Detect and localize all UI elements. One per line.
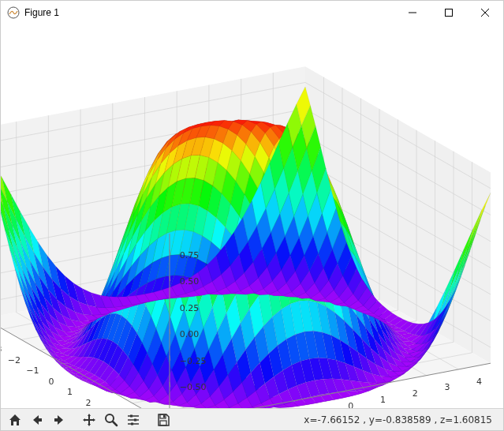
zoom-button[interactable] bbox=[101, 410, 121, 429]
status-coords: x=-7.66152 , y=-0.838589 , z=1.60815 bbox=[304, 414, 500, 425]
svg-rect-1398 bbox=[160, 421, 166, 425]
plot-canvas[interactable]: −4−3−2−101234−4−3−2−101234−0.75−0.50−0.2… bbox=[1, 24, 503, 408]
svg-text:0.50: 0.50 bbox=[180, 276, 200, 287]
svg-line-1390 bbox=[113, 422, 117, 425]
home-button[interactable] bbox=[5, 410, 25, 429]
back-button[interactable] bbox=[27, 410, 47, 429]
save-button[interactable] bbox=[153, 410, 174, 429]
svg-rect-1399 bbox=[163, 415, 165, 418]
maximize-button[interactable] bbox=[431, 1, 467, 24]
svg-text:0.75: 0.75 bbox=[180, 250, 200, 260]
svg-text:−2: −2 bbox=[8, 355, 21, 365]
svg-text:4: 4 bbox=[476, 377, 482, 387]
nav-toolbar: x=-7.66152 , y=-0.838589 , z=1.60815 bbox=[1, 408, 503, 430]
forward-button[interactable] bbox=[49, 410, 69, 429]
svg-rect-2 bbox=[446, 9, 453, 17]
close-button[interactable] bbox=[467, 1, 503, 24]
svg-text:−0.50: −0.50 bbox=[180, 382, 207, 392]
svg-text:1: 1 bbox=[67, 387, 73, 397]
svg-text:0.00: 0.00 bbox=[180, 329, 200, 339]
svg-text:−1: −1 bbox=[26, 365, 39, 376]
window-controls bbox=[394, 1, 503, 24]
svg-text:−3: −3 bbox=[1, 344, 2, 354]
app-icon bbox=[7, 6, 20, 19]
svg-text:2: 2 bbox=[85, 398, 91, 408]
svg-text:−1: −1 bbox=[316, 407, 329, 408]
svg-text:0: 0 bbox=[48, 377, 54, 387]
configure-button[interactable] bbox=[123, 410, 144, 429]
window-titlebar: Figure 1 bbox=[1, 1, 503, 24]
window-title: Figure 1 bbox=[24, 7, 394, 18]
svg-text:3: 3 bbox=[444, 382, 450, 392]
svg-text:2: 2 bbox=[413, 388, 418, 399]
svg-rect-1394 bbox=[134, 418, 136, 421]
svg-text:0.25: 0.25 bbox=[180, 303, 200, 313]
svg-rect-1392 bbox=[130, 414, 133, 417]
svg-rect-1396 bbox=[131, 422, 133, 425]
svg-text:1: 1 bbox=[380, 395, 386, 405]
minimize-button[interactable] bbox=[394, 1, 431, 24]
svg-text:−0.25: −0.25 bbox=[180, 356, 207, 366]
svg-text:0: 0 bbox=[348, 401, 353, 408]
pan-button[interactable] bbox=[79, 410, 99, 429]
